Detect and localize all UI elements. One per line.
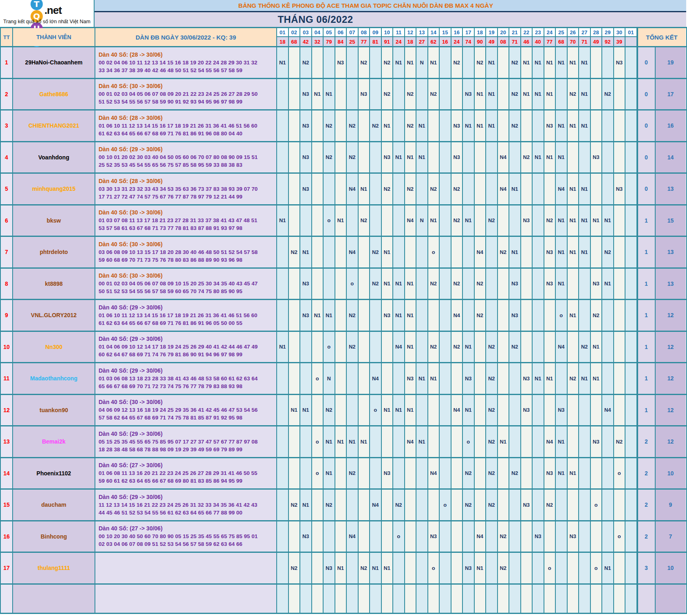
day-cell: N1 [463, 205, 475, 236]
day-cell: N1 [393, 142, 405, 173]
day-result-value: 39 [614, 37, 626, 46]
day-cell [312, 521, 324, 552]
day-cell: o [591, 553, 603, 583]
day-cell [602, 458, 614, 489]
title-banner: BẢNG THỐNG KÊ PHONG ĐỘ ACE THAM GIA TOPI… [95, 0, 686, 12]
day-cell [393, 426, 405, 457]
dan-label: Dàn 40 Số: (30 -> 30/06) [99, 82, 163, 90]
day-cell: N3 [382, 300, 394, 331]
dan-cell: Dàn 40 Số: (27 -> 30/06)01 06 08 11 13 1… [95, 458, 277, 489]
day-cell [277, 300, 289, 331]
table-row: 129HaNoi-ChaoanhemDàn 40 Số: (28 -> 30/0… [1, 46, 686, 78]
dan-numbers: 25 52 35 53 45 54 55 65 56 75 57 85 58 9… [99, 161, 242, 169]
page-title: BẢNG THỐNG KÊ PHONG ĐỘ ACE THAM GIA TOPI… [238, 2, 493, 9]
day-result-value: 68 [289, 37, 301, 46]
day-cell: N1 [347, 426, 359, 457]
day-cell [289, 205, 301, 236]
day-cell [451, 426, 463, 457]
table-row: 10Nn300Dàn 40 Số: (29 -> 30/06)01 04 06 … [1, 331, 686, 362]
day-cell [498, 458, 510, 489]
dan-label: Dàn 40 Số: (29 -> 30/06) [99, 304, 163, 311]
day-cell [498, 47, 510, 78]
day-cell: N1 [277, 332, 289, 362]
day-cell: N1 [312, 79, 324, 110]
day-result-value: 79 [324, 37, 335, 46]
day-cell [486, 300, 498, 331]
day-cell [451, 363, 463, 394]
day-cell: N1 [533, 142, 544, 173]
day-cell [440, 237, 451, 267]
day-cell: N2 [324, 110, 335, 141]
total-hit-count: 10 [656, 553, 686, 583]
day-result-value: 71 [579, 37, 591, 46]
row-index: 15 [1, 490, 13, 520]
dan-numbers: 01 06 08 11 13 16 20 21 22 23 24 25 26 2… [99, 469, 258, 477]
day-cell [625, 174, 637, 204]
day-cell: N3 [300, 174, 312, 204]
day-cell [568, 585, 579, 613]
day-cell [359, 363, 370, 394]
day-cell [370, 142, 382, 173]
day-cell: N3 [428, 521, 440, 552]
day-cell: N2 [602, 79, 614, 110]
dan-cell: Dàn 40 Số: (28 -> 30/06)01 06 10 11 12 1… [95, 110, 277, 141]
day-cell [463, 300, 475, 331]
day-header: 01 [625, 28, 637, 37]
day-cell: N1 [359, 426, 370, 457]
day-cell: N1 [382, 395, 394, 426]
day-cell: N1 [475, 110, 487, 141]
dan-numbers: 03 30 13 31 23 32 33 43 34 53 35 63 36 7… [99, 185, 258, 193]
day-cell [521, 458, 533, 489]
dan-label: Dàn 40 Số: (29 -> 30/06) [99, 335, 163, 343]
day-cell [312, 110, 324, 141]
day-cell [428, 300, 440, 331]
day-cell [277, 521, 289, 552]
day-cell [335, 332, 347, 362]
dan-cell [95, 553, 277, 583]
day-cell [486, 237, 498, 267]
row-index: 10 [1, 332, 13, 362]
day-cell [428, 395, 440, 426]
day-cell: o [347, 269, 359, 299]
day-cell: N3 [544, 110, 556, 141]
day-cell: N1 [521, 79, 533, 110]
total-hit-count: 13 [656, 269, 686, 299]
day-cell [405, 458, 417, 489]
day-cell: N1 [533, 363, 544, 394]
day-cell: N3 [521, 363, 533, 394]
day-cell [416, 553, 428, 583]
day-cell: N3 [300, 521, 312, 552]
day-cell: o [463, 426, 475, 457]
day-cell [556, 553, 568, 583]
day-cell: N3 [591, 269, 603, 299]
day-result-value: 42 [300, 37, 312, 46]
ketqua-logo[interactable]: KETQUA .net Trang kết quả xổ số lớn nhất… [0, 0, 95, 27]
day-cell: N [324, 363, 335, 394]
dan-label: Dàn 40 Số: (29 -> 30/06) [99, 493, 163, 501]
day-cell [556, 585, 568, 613]
day-cell: N1 [300, 395, 312, 426]
day-cell: N3 [382, 142, 394, 173]
day-cell: N4 [556, 174, 568, 204]
day-cell [614, 142, 626, 173]
day-cell [614, 110, 626, 141]
day-cell [463, 174, 475, 204]
total-hit-count [656, 585, 686, 613]
day-cell: N1 [393, 269, 405, 299]
day-cell: N3 [324, 553, 335, 583]
day-cell [405, 585, 417, 613]
day-cell [463, 269, 475, 299]
day-cell: N2 [486, 458, 498, 489]
day-cell: N2 [428, 332, 440, 362]
day-cell [393, 585, 405, 613]
total-miss-count: 1 [637, 300, 656, 331]
day-cell [614, 269, 626, 299]
day-cell [579, 395, 591, 426]
day-cell: N2 [405, 174, 417, 204]
day-cell [579, 300, 591, 331]
member-name: phtrdeloto [13, 237, 95, 267]
day-cell: N1 [393, 395, 405, 426]
day-cell: N1 [509, 237, 521, 267]
dan-numbers: 51 52 53 54 55 56 57 58 59 90 91 92 93 9… [99, 98, 242, 106]
day-cell [370, 458, 382, 489]
